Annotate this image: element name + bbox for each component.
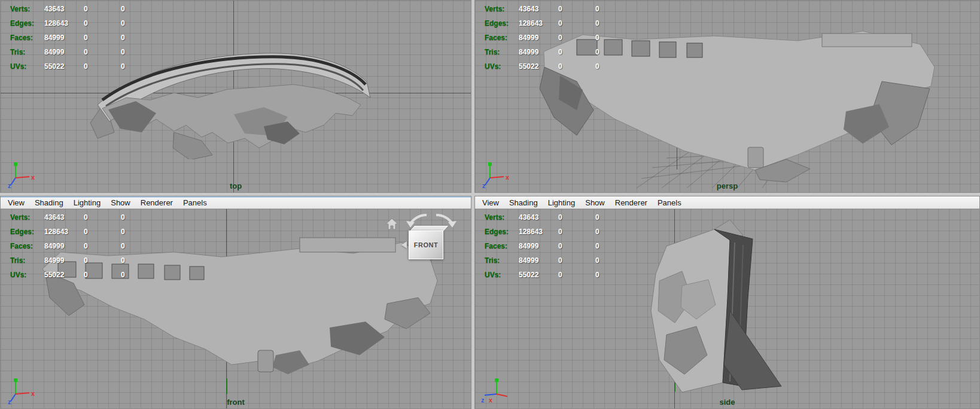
- hud-stat-label: Faces:: [10, 242, 44, 250]
- menu-item[interactable]: Lighting: [74, 198, 101, 207]
- viewport-side[interactable]: View Shading Lighting Show Renderer Pane…: [474, 196, 980, 409]
- hud-stat-selected: 0: [84, 34, 121, 42]
- hud-stat-label: Faces:: [485, 242, 519, 250]
- hud-stats: Verts: 43643 0 0 Edges: 128643 0 0 Faces…: [485, 210, 619, 282]
- hud-stat-total: 84999: [519, 256, 558, 265]
- hud-row: Verts: 43643 0 0: [10, 210, 145, 225]
- viewport-top-canvas[interactable]: Verts: 43643 0 0 Edges: 128643 0 0 Faces…: [1, 1, 471, 192]
- hud-stat-other: 0: [595, 213, 619, 222]
- viewport-persp-canvas[interactable]: Verts: 43643 0 0 Edges: 128643 0 0 Faces…: [475, 1, 979, 192]
- hud-stat-selected: 0: [558, 271, 595, 279]
- hud-row: Verts: 43643 0 0: [485, 210, 619, 225]
- hud-stat-total: 84999: [519, 48, 558, 56]
- hud-stat-total: 55022: [44, 271, 84, 279]
- hud-row: UVs: 55022 0 0: [10, 59, 145, 74]
- home-icon[interactable]: [385, 217, 399, 231]
- hud-row: Faces: 84999 0 0: [485, 31, 619, 45]
- hud-stat-total: 128643: [44, 228, 84, 236]
- hud-stat-total: 128643: [519, 19, 558, 28]
- viewport-name-label: top: [1, 181, 471, 190]
- menu-item[interactable]: Shading: [35, 198, 63, 207]
- menu-item[interactable]: Show: [111, 198, 130, 207]
- viewport-menubar: View Shading Lighting Show Renderer Pane…: [1, 196, 471, 209]
- hud-stat-total: 84999: [519, 34, 558, 42]
- hud-stat-other: 0: [595, 271, 619, 279]
- viewcube-left-arrow[interactable]: [401, 241, 407, 249]
- menu-item[interactable]: Panels: [658, 198, 681, 207]
- hud-stat-other: 0: [121, 5, 145, 13]
- menu-item[interactable]: Renderer: [615, 198, 647, 207]
- viewport-top[interactable]: Verts: 43643 0 0 Edges: 128643 0 0 Faces…: [0, 0, 471, 193]
- hud-row: UVs: 55022 0 0: [485, 268, 619, 282]
- hud-row: Faces: 84999 0 0: [10, 239, 145, 253]
- viewport-persp[interactable]: Verts: 43643 0 0 Edges: 128643 0 0 Faces…: [474, 0, 980, 193]
- mesh-side-view[interactable]: [625, 209, 822, 407]
- menu-item[interactable]: Panels: [183, 198, 207, 207]
- menu-item[interactable]: Lighting: [548, 198, 576, 207]
- viewport-name-label: persp: [475, 181, 979, 190]
- hud-stat-other: 0: [121, 242, 145, 250]
- hud-stat-other: 0: [595, 62, 619, 71]
- hud-stat-selected: 0: [84, 62, 121, 71]
- hud-stat-total: 128643: [44, 19, 84, 28]
- hud-stat-selected: 0: [558, 228, 595, 236]
- hud-row: Tris: 84999 0 0: [10, 253, 145, 268]
- hud-stat-selected: 0: [84, 5, 121, 13]
- hud-stat-label: Verts:: [485, 213, 519, 222]
- viewport-front[interactable]: View Shading Lighting Show Renderer Pane…: [0, 196, 471, 409]
- view-navigation-gizmo[interactable]: FRONT: [385, 211, 460, 270]
- hud-stat-other: 0: [121, 228, 145, 236]
- hud-stat-selected: 0: [84, 48, 121, 56]
- viewport-front-canvas[interactable]: FRONT Verts: 43643 0 0 Edges: 128643 0 0…: [1, 209, 471, 408]
- hud-stat-selected: 0: [558, 242, 595, 250]
- svg-text:x: x: [31, 174, 35, 181]
- menu-item[interactable]: View: [482, 198, 499, 207]
- hud-stat-selected: 0: [558, 34, 595, 42]
- hud-stat-other: 0: [121, 256, 145, 265]
- hud-row: Tris: 84999 0 0: [485, 253, 619, 268]
- hud-stat-selected: 0: [84, 228, 121, 236]
- hud-row: Verts: 43643 0 0: [485, 2, 619, 16]
- hud-row: Edges: 128643 0 0: [10, 16, 145, 31]
- menu-item[interactable]: Show: [585, 198, 605, 207]
- hud-row: Tris: 84999 0 0: [10, 45, 145, 59]
- hud-stat-total: 84999: [44, 34, 84, 42]
- viewport-side-canvas[interactable]: Verts: 43643 0 0 Edges: 128643 0 0 Faces…: [475, 209, 979, 408]
- hud-row: Edges: 128643 0 0: [485, 225, 619, 239]
- menu-item[interactable]: Renderer: [141, 198, 173, 207]
- hud-stat-label: UVs:: [10, 62, 44, 71]
- hud-stat-label: Tris:: [10, 48, 44, 56]
- hud-stat-other: 0: [121, 48, 145, 56]
- hud-row: Faces: 84999 0 0: [485, 239, 619, 253]
- hud-stat-total: 128643: [519, 228, 558, 236]
- hud-stat-other: 0: [121, 34, 145, 42]
- hud-stat-total: 43643: [519, 213, 558, 222]
- hud-stat-other: 0: [595, 228, 619, 236]
- maya-four-view-layout: Verts: 43643 0 0 Edges: 128643 0 0 Faces…: [0, 0, 980, 409]
- hud-stat-label: UVs:: [485, 271, 519, 279]
- hud-row: Tris: 84999 0 0: [485, 45, 619, 59]
- menu-item[interactable]: Shading: [509, 198, 538, 207]
- hud-stat-selected: 0: [84, 19, 121, 28]
- hud-stat-total: 84999: [519, 242, 558, 250]
- hud-stat-selected: 0: [558, 5, 595, 13]
- hud-row: UVs: 55022 0 0: [10, 268, 145, 282]
- hud-stat-other: 0: [595, 48, 619, 56]
- hud-stat-selected: 0: [84, 242, 121, 250]
- hud-row: Edges: 128643 0 0: [10, 225, 145, 239]
- hud-stat-other: 0: [595, 242, 619, 250]
- hud-stat-total: 55022: [519, 62, 558, 71]
- hud-stat-other: 0: [121, 271, 145, 279]
- hud-stat-selected: 0: [84, 256, 121, 265]
- hud-stats: Verts: 43643 0 0 Edges: 128643 0 0 Faces…: [10, 210, 145, 282]
- hud-stat-other: 0: [121, 62, 145, 71]
- viewcube-front-face[interactable]: FRONT: [409, 231, 443, 259]
- hud-stat-total: 43643: [44, 213, 84, 222]
- hud-row: UVs: 55022 0 0: [485, 59, 619, 74]
- menu-item[interactable]: View: [8, 198, 25, 207]
- svg-text:x: x: [31, 390, 35, 397]
- hud-stat-label: Tris:: [485, 256, 519, 265]
- hud-stat-label: Edges:: [485, 19, 519, 28]
- hud-stat-other: 0: [595, 256, 619, 265]
- hud-stat-label: Verts:: [10, 5, 44, 13]
